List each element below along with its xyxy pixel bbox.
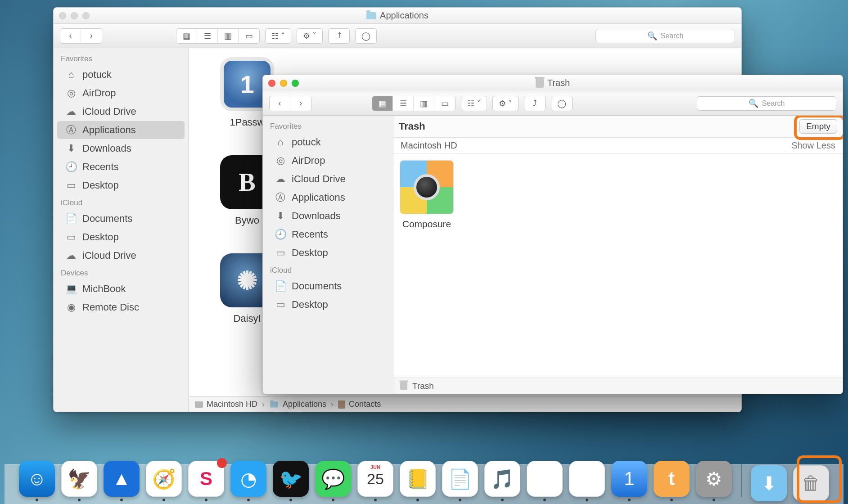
dock-textedit[interactable]: 📄: [442, 461, 478, 501]
gallery-view-button[interactable]: ▭: [239, 29, 259, 43]
empty-trash-button[interactable]: Empty: [799, 119, 837, 134]
sidebar-item-documents[interactable]: 📄Documents: [266, 277, 389, 295]
sidebar-item-recents[interactable]: 🕘Recents: [266, 225, 389, 243]
zoom-button[interactable]: [292, 80, 299, 87]
search-field[interactable]: 🔍 Search: [697, 96, 836, 111]
dock-messages[interactable]: 💬: [315, 461, 351, 501]
sidebar-item-icloud-drive[interactable]: ☁iCloud Drive: [266, 170, 389, 188]
path-seg-apps[interactable]: Applications: [269, 400, 326, 409]
sidebar-item-label: Documents: [292, 280, 342, 292]
sidebar-item-icloud-drive-2[interactable]: ☁iCloud Drive: [57, 247, 185, 265]
gallery-view-button[interactable]: ▭: [434, 96, 455, 111]
dock-1password[interactable]: 1: [611, 461, 647, 501]
share-button[interactable]: ⤴: [524, 96, 545, 111]
path-bar[interactable]: Trash: [393, 378, 843, 394]
sidebar-item-desktop[interactable]: ▭Desktop: [266, 244, 389, 262]
dock-slack[interactable]: S: [188, 461, 224, 501]
forward-button[interactable]: ›: [81, 29, 102, 43]
dock-t-app[interactable]: t: [654, 461, 690, 501]
running-indicator: [78, 499, 81, 501]
sidebar-item-documents[interactable]: 📄Documents: [57, 210, 185, 228]
minimize-button[interactable]: [71, 12, 78, 19]
path-bar[interactable]: Macintosh HD › Applications › Contacts: [189, 396, 741, 412]
list-view-button[interactable]: ☰: [197, 29, 218, 43]
arrange-button[interactable]: ☷ ˅: [461, 96, 487, 111]
sidebar-item-desktop-icloud[interactable]: ▭Desktop: [266, 296, 389, 314]
dock-preferences[interactable]: ⚙: [696, 461, 732, 501]
zoom-button[interactable]: [82, 12, 90, 19]
airdrop-icon: ◎: [275, 155, 286, 166]
back-button[interactable]: ‹: [60, 29, 81, 43]
running-indicator: [586, 499, 588, 501]
dock-trash[interactable]: 🗑: [793, 465, 829, 501]
window-controls[interactable]: [59, 12, 90, 19]
search-field[interactable]: 🔍 Search: [595, 29, 735, 43]
dock-safari[interactable]: 🧭: [146, 461, 182, 501]
sidebar-item-michbook[interactable]: 💻MichBook: [57, 280, 185, 298]
sidebar-item-applications[interactable]: ⒶApplications: [57, 121, 185, 139]
dock-telegram[interactable]: ▲: [104, 461, 140, 501]
column-view-button[interactable]: ▥: [218, 29, 239, 43]
back-button[interactable]: ‹: [270, 96, 290, 111]
sidebar-item-airdrop[interactable]: ◎AirDrop: [57, 84, 185, 102]
titlebar[interactable]: Applications: [54, 8, 741, 24]
sidebar-item-airdrop[interactable]: ◎AirDrop: [266, 152, 389, 170]
dock-tweetbot[interactable]: ◔: [230, 461, 266, 501]
dock-screenshot[interactable]: ✂: [569, 461, 605, 501]
titlebar[interactable]: Trash: [263, 75, 843, 91]
finder-window-trash[interactable]: Trash ‹ › ▦ ☰ ▥ ▭ ☷ ˅ ⚙ ˅ ⤴ ◯ 🔍 Search F…: [262, 75, 843, 394]
dock-mail[interactable]: 🦅: [61, 461, 97, 501]
tags-button[interactable]: ◯: [356, 29, 376, 43]
app-label: Bywo: [235, 215, 259, 226]
sidebar-item-desktop-icloud[interactable]: ▭Desktop: [57, 228, 185, 246]
sidebar-item-remote-disc[interactable]: ◉Remote Disc: [57, 298, 185, 316]
action-button[interactable]: ⚙ ˅: [297, 29, 322, 43]
photos-icon: ✿: [527, 461, 563, 497]
arrange-button[interactable]: ☷ ˅: [266, 29, 291, 43]
sidebar-item-label: potuck: [82, 69, 112, 81]
list-view-button[interactable]: ☰: [393, 96, 414, 111]
icon-view-button[interactable]: ▦: [176, 29, 197, 43]
sidebar-item-downloads[interactable]: ⬇Downloads: [266, 207, 389, 225]
sidebar-item-applications[interactable]: ⒶApplications: [266, 189, 389, 207]
sidebar-heading-devices: Devices: [54, 265, 188, 279]
running-indicator: [36, 499, 38, 501]
laptop-icon: 💻: [65, 283, 77, 295]
close-button[interactable]: [59, 12, 66, 19]
safari-icon: 🧭: [146, 461, 182, 497]
close-button[interactable]: [268, 80, 275, 87]
path-seg-contacts[interactable]: Contacts: [338, 400, 381, 409]
column-view-button[interactable]: ▥: [414, 96, 434, 111]
share-button[interactable]: ⤴: [329, 29, 349, 43]
show-less-link[interactable]: Show Less: [791, 140, 835, 151]
dock-calendar[interactable]: JUN25: [357, 461, 393, 501]
action-button[interactable]: ⚙ ˅: [493, 96, 518, 111]
sidebar-item-downloads[interactable]: ⬇Downloads: [57, 140, 185, 158]
dock-notes[interactable]: 📒: [400, 461, 436, 501]
sidebar-item-desktop[interactable]: ▭Desktop: [57, 176, 185, 194]
dock-twitter[interactable]: 🐦: [273, 461, 309, 501]
window-controls[interactable]: [268, 80, 299, 87]
forward-button[interactable]: ›: [290, 96, 311, 111]
dock-music[interactable]: 🎵: [484, 461, 520, 501]
trash-item-composure[interactable]: Composure: [400, 160, 454, 230]
sidebar-item-recents[interactable]: 🕘Recents: [57, 158, 185, 176]
sidebar-item-label: Desktop: [292, 247, 328, 259]
t-icon: t: [654, 461, 690, 497]
sidebar-heading-favorites: Favorites: [54, 51, 188, 65]
sidebar-item-label: iCloud Drive: [82, 106, 136, 117]
dock-photos[interactable]: ✿: [527, 461, 563, 501]
dock-downloads[interactable]: ⬇: [751, 465, 787, 501]
sidebar-item-label: Documents: [82, 213, 132, 225]
apps-icon: Ⓐ: [65, 124, 77, 136]
content-area[interactable]: Trash Empty Macintosh HD Show Less Compo…: [393, 116, 843, 394]
dock[interactable]: ☺ 🦅 ▲ 🧭 S ◔ 🐦 💬 JUN25 📒 📄 🎵 ✿ ✂ 1 t ⚙ ⬇ …: [0, 458, 848, 504]
tags-button[interactable]: ◯: [551, 96, 572, 111]
sidebar-item-potuck[interactable]: ⌂potuck: [266, 133, 389, 151]
sidebar-item-icloud-drive[interactable]: ☁iCloud Drive: [57, 103, 185, 121]
path-seg-hd[interactable]: Macintosh HD: [195, 400, 257, 409]
icon-view-button[interactable]: ▦: [372, 96, 393, 111]
minimize-button[interactable]: [280, 80, 287, 87]
sidebar-item-potuck[interactable]: ⌂potuck: [57, 66, 185, 84]
dock-finder[interactable]: ☺: [19, 461, 55, 501]
